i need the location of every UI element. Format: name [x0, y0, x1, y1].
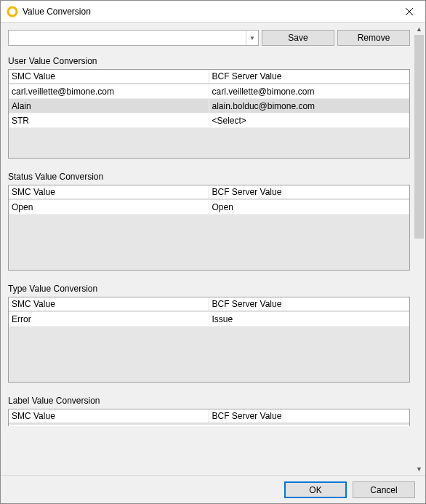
section-status: Status Value Conversion SMC Value BCF Se… [8, 172, 410, 271]
col-bcf[interactable]: BCF Server Value [209, 409, 410, 423]
cell-bcf[interactable]: alain.bolduc@bimone.com [209, 99, 410, 113]
grid-cutoff [9, 424, 409, 426]
app-icon [7, 6, 18, 17]
cell-smc[interactable]: Alain [9, 99, 209, 113]
table-row[interactable]: Alain alain.bolduc@bimone.com [9, 99, 409, 113]
table-row[interactable]: STR <Select> [9, 113, 409, 128]
table-row[interactable]: carl.veillette@bimone.com carl.veillette… [9, 84, 409, 99]
cancel-button-label: Cancel [370, 485, 397, 495]
cell-smc[interactable]: Open [9, 200, 209, 214]
section-label: Label Value Conversion SMC Value BCF Ser… [8, 396, 410, 426]
client-area: ▼ Save Remove User Value Conversion SMC … [1, 23, 425, 475]
top-toolbar: ▼ Save Remove [8, 30, 410, 46]
close-button[interactable] [393, 1, 425, 22]
col-smc[interactable]: SMC Value [9, 185, 209, 199]
table-row[interactable]: Error Issue [9, 312, 409, 327]
vertical-scrollbar[interactable]: ▲ ▼ [413, 23, 425, 475]
cell-smc[interactable]: Error [9, 312, 209, 326]
chevron-down-icon: ▼ [246, 31, 258, 45]
titlebar: Value Conversion [1, 1, 425, 23]
window-title: Value Conversion [23, 7, 393, 17]
save-button-label: Save [288, 33, 308, 43]
col-smc[interactable]: SMC Value [9, 409, 209, 423]
cell-bcf[interactable]: Open [209, 200, 410, 214]
remove-button-label: Remove [358, 33, 390, 43]
grid-header: SMC Value BCF Server Value [9, 185, 409, 200]
grid-header: SMC Value BCF Server Value [9, 70, 409, 84]
cell-smc[interactable]: carl.veillette@bimone.com [9, 84, 209, 98]
section-type-title: Type Value Conversion [8, 284, 410, 294]
cell-bcf[interactable]: Issue [209, 312, 410, 326]
col-bcf[interactable]: BCF Server Value [209, 297, 410, 311]
preset-combo[interactable]: ▼ [8, 30, 259, 46]
table-row[interactable]: Open Open [9, 200, 409, 215]
col-bcf[interactable]: BCF Server Value [209, 185, 410, 199]
section-type: Type Value Conversion SMC Value BCF Serv… [8, 284, 410, 383]
col-smc[interactable]: SMC Value [9, 297, 209, 311]
dialog-footer: OK Cancel [1, 475, 425, 504]
cancel-button[interactable]: Cancel [353, 481, 415, 498]
grid-status[interactable]: SMC Value BCF Server Value Open Open [8, 185, 410, 271]
grid-header: SMC Value BCF Server Value [9, 409, 409, 424]
ok-button[interactable]: OK [284, 481, 347, 498]
grid-label[interactable]: SMC Value BCF Server Value [8, 409, 410, 426]
grid-empty-area [9, 215, 409, 270]
grid-user[interactable]: SMC Value BCF Server Value carl.veillett… [8, 69, 410, 159]
col-bcf[interactable]: BCF Server Value [209, 70, 410, 84]
grid-empty-area [9, 327, 409, 382]
section-label-title: Label Value Conversion [8, 396, 410, 406]
scroll-content: ▼ Save Remove User Value Conversion SMC … [1, 23, 413, 475]
remove-button[interactable]: Remove [337, 30, 410, 46]
grid-empty-area [9, 128, 409, 158]
section-status-title: Status Value Conversion [8, 172, 410, 182]
col-smc[interactable]: SMC Value [9, 70, 209, 84]
cell-bcf[interactable]: carl.veillette@bimone.com [209, 84, 410, 98]
grid-header: SMC Value BCF Server Value [9, 297, 409, 312]
scroll-up-icon[interactable]: ▲ [413, 23, 425, 35]
cell-smc[interactable]: STR [9, 113, 209, 127]
scrollbar-track[interactable] [413, 35, 425, 463]
section-user-title: User Value Conversion [8, 56, 410, 66]
ok-button-label: OK [309, 485, 321, 495]
scrollbar-thumb[interactable] [414, 35, 424, 239]
section-user: User Value Conversion SMC Value BCF Serv… [8, 56, 410, 159]
grid-type[interactable]: SMC Value BCF Server Value Error Issue [8, 297, 410, 383]
save-button[interactable]: Save [262, 30, 334, 46]
scroll-down-icon[interactable]: ▼ [413, 463, 425, 475]
svg-point-0 [8, 7, 17, 16]
cell-bcf[interactable]: <Select> [209, 113, 410, 127]
